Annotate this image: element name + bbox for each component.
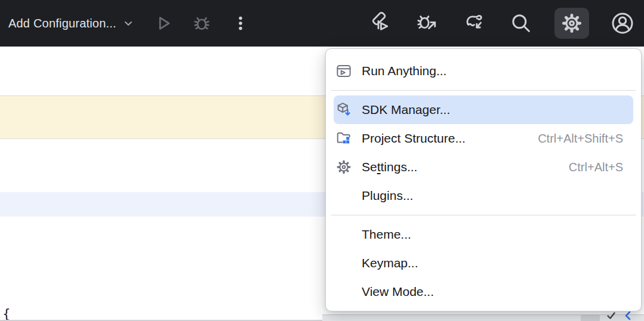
menu-item-label: Project Structure...: [362, 131, 466, 146]
menu-item-label: Settings...: [362, 160, 417, 174]
menu-item-label: SDK Manager...: [362, 103, 450, 117]
menu-item-shortcut: Ctrl+Alt+Shift+S: [538, 132, 623, 146]
profile-account-icon: [611, 11, 634, 35]
ide-window: { ate: Bundle?) { ) Add Configuration...: [0, 0, 644, 321]
attach-debugger-button[interactable]: [415, 10, 441, 36]
menu-item-label: Plugins...: [362, 189, 413, 203]
main-toolbar: Add Configuration...: [0, 0, 644, 47]
menu-item-plugins[interactable]: Plugins...: [326, 181, 641, 210]
menu-item-settings[interactable]: Settings... Ctrl+Alt+S: [326, 153, 641, 181]
menu-item-project-structure[interactable]: Project Structure... Ctrl+Alt+Shift+S: [326, 124, 641, 153]
run-anything-icon: [335, 63, 357, 79]
debug-bug-icon: [192, 13, 212, 33]
kebab-menu-icon: [232, 13, 249, 33]
chevron-down-icon: [121, 16, 135, 30]
menu-item-label: Keymap...: [362, 256, 418, 270]
debug-button[interactable]: [189, 10, 215, 36]
editor-widget-blue-icon[interactable]: [624, 311, 632, 320]
menu-item-sdk-manager[interactable]: SDK Manager...: [334, 95, 633, 124]
inspections-check-icon[interactable]: [606, 311, 616, 320]
run-play-icon: [153, 13, 173, 33]
run-configuration-label: Add Configuration...: [8, 17, 116, 30]
code-text: { ate: Bundle?) { ): [0, 242, 137, 321]
menu-item-theme[interactable]: Theme...: [326, 220, 641, 249]
menu-item-label: Run Anything...: [362, 64, 446, 78]
horizontal-scrollbar-thumb[interactable]: [581, 315, 600, 321]
menu-separator: [331, 90, 636, 91]
gradle-sync-button[interactable]: [461, 10, 488, 36]
settings-gear-icon: [335, 159, 357, 175]
settings-button[interactable]: [554, 8, 589, 39]
profile-button[interactable]: [609, 10, 636, 36]
menu-item-keymap[interactable]: Keymap...: [326, 249, 641, 277]
attach-debugger-bug-arrow-icon: [417, 12, 439, 35]
build-hammer-run-icon: [370, 12, 393, 35]
menu-item-shortcut: Ctrl+Alt+S: [569, 160, 623, 174]
menu-item-view-mode[interactable]: View Mode...: [326, 277, 641, 306]
menu-separator: [331, 215, 636, 215]
code-line: {: [0, 300, 137, 321]
gear-icon: [560, 12, 583, 35]
search-everywhere-button[interactable]: [508, 10, 534, 36]
sdk-manager-icon: [335, 101, 357, 118]
project-structure-icon: [335, 130, 357, 147]
menu-item-run-anything[interactable]: Run Anything...: [326, 57, 641, 85]
build-project-button[interactable]: [368, 10, 395, 36]
gradle-sync-elephant-icon: [463, 12, 486, 35]
menu-item-label: View Mode...: [362, 285, 434, 299]
run-button[interactable]: [150, 10, 176, 36]
search-icon: [510, 12, 532, 35]
more-options-button[interactable]: [227, 10, 254, 36]
editor-bottom-scrollbar[interactable]: [322, 314, 644, 321]
settings-dropdown-menu: Run Anything... SDK Manager...: [325, 48, 642, 311]
run-configuration-selector[interactable]: Add Configuration...: [8, 16, 135, 30]
menu-item-label: Theme...: [362, 227, 411, 242]
